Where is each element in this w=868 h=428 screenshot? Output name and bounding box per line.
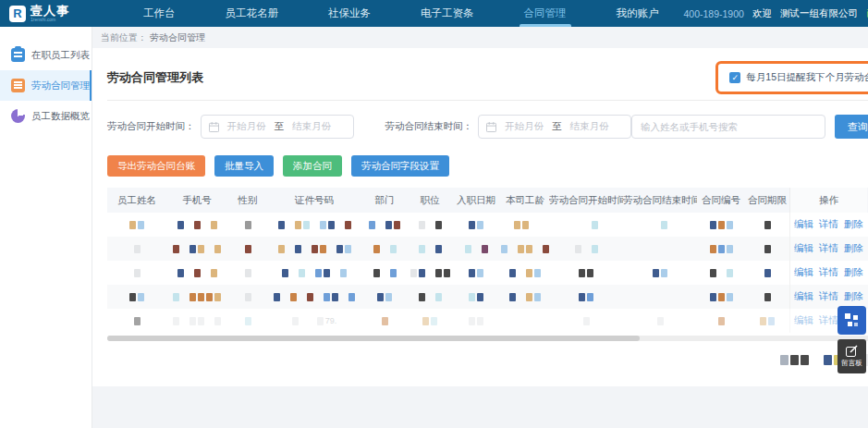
table-cell [697, 237, 745, 261]
contract-start-range-picker[interactable]: 开始月份 至 结束月份 [201, 115, 354, 139]
table-cell [745, 237, 789, 261]
row-actions-cell: 编辑详情删除 [789, 237, 867, 261]
redacted-block [477, 221, 483, 229]
redacted-block [435, 269, 442, 277]
column-header: 员工姓名 [107, 194, 166, 207]
sidebar-item-label: 员工数据概览 [31, 110, 90, 123]
redacted-text [710, 269, 733, 277]
redacted-block [657, 317, 664, 325]
redacted-block [469, 269, 475, 277]
redacted-text [373, 269, 397, 277]
row-action-link[interactable]: 详情 [819, 290, 838, 303]
table-cell [227, 261, 268, 285]
table-cell [107, 285, 166, 309]
redacted-text [764, 221, 771, 229]
redacted-block [710, 269, 716, 277]
row-action-link[interactable]: 编辑 [794, 266, 813, 279]
redacted-text [245, 245, 251, 253]
column-header: 劳动合同开始时间 [549, 194, 623, 207]
table-cell [549, 309, 623, 333]
redacted-text [653, 221, 667, 229]
redacted-block [274, 293, 280, 301]
table-cell [451, 285, 501, 309]
column-header: 操作 [789, 188, 867, 213]
scrollbar-thumb[interactable] [107, 336, 640, 341]
table-cell [549, 237, 623, 261]
redacted-text [245, 293, 251, 301]
contracts-table: 员工姓名手机号性别证件号码部门职位入职日期本司工龄劳动合同开始时间劳动合同结束时… [107, 188, 868, 341]
row-action-link[interactable]: 详情 [819, 218, 838, 231]
company-name[interactable]: 测试一组有限公司 [780, 7, 858, 20]
contract-end-range-picker[interactable]: 开始月份 至 结束月份 [478, 115, 631, 139]
action-button[interactable]: 导出劳动合同台账 [107, 155, 205, 177]
redacted-block [509, 293, 516, 301]
pagination [107, 345, 868, 374]
redacted-text [129, 221, 144, 229]
row-action-link[interactable]: 编辑 [794, 314, 813, 327]
row-action-link[interactable]: 删除 [844, 266, 863, 279]
redacted-text [710, 293, 733, 301]
nav-item[interactable]: 工作台 [118, 0, 201, 27]
horizontal-scrollbar[interactable] [107, 336, 868, 341]
redacted-block [348, 293, 355, 301]
table-cell [227, 237, 268, 261]
column-header: 手机号 [166, 194, 227, 207]
action-button[interactable]: 劳动合同字段设置 [351, 155, 449, 177]
search-button[interactable]: 查询 [835, 115, 868, 139]
floating-widget-button[interactable] [837, 306, 866, 335]
nav-item[interactable]: 社保业务 [303, 0, 396, 27]
row-action-link[interactable]: 详情 [819, 242, 838, 255]
redacted-block [435, 221, 442, 229]
redacted-block [718, 317, 725, 325]
actions-row: 导出劳动合同台账批量导入添加合同劳动合同字段设置 [107, 155, 868, 177]
redacted-block [727, 221, 733, 229]
message-board-button[interactable]: 留言板 [837, 339, 866, 373]
reminder-label: 每月15日提醒我下个月劳动合同到期的员工 [746, 71, 868, 84]
nav-item[interactable]: 合同管理 [499, 0, 592, 27]
redacted-block [579, 293, 585, 301]
app-logo[interactable]: R 壹人事 1renshi.com [0, 5, 96, 22]
nav-item[interactable]: 我的账户 [592, 0, 684, 27]
row-action-link[interactable]: 删除 [844, 290, 863, 303]
redacted-block [292, 317, 299, 325]
contract-start-label: 劳动合同开始时间： [107, 120, 195, 133]
row-action-link[interactable]: 详情 [819, 266, 838, 279]
action-button[interactable]: 批量导入 [214, 155, 274, 177]
app-root: R 壹人事 1renshi.com 工作台员工花名册社保业务电子工资条合同管理我… [0, 0, 868, 428]
redacted-text [173, 293, 221, 301]
redacted-block [764, 221, 771, 229]
row-action-link[interactable]: 编辑 [794, 290, 813, 303]
redacted-block [377, 293, 384, 301]
start-month-placeholder: 开始月份 [505, 120, 544, 133]
row-action-link[interactable]: 删除 [844, 242, 863, 255]
redacted-block [661, 269, 667, 277]
row-action-link[interactable]: 删除 [844, 218, 863, 231]
redacted-block [173, 245, 179, 253]
action-button[interactable]: 添加合同 [283, 155, 342, 177]
sidebar-item[interactable]: 劳动合同管理 [0, 70, 92, 101]
row-action-link[interactable]: 详情 [819, 314, 838, 327]
redacted-block [575, 245, 581, 253]
redacted-block [764, 293, 771, 301]
redacted-block [336, 245, 343, 253]
sidebar-item[interactable]: 员工数据概览 [0, 101, 92, 131]
nav-item[interactable]: 员工花名册 [201, 0, 304, 27]
redacted-text [382, 317, 388, 325]
redacted-block [419, 245, 425, 253]
redacted-text [465, 245, 488, 253]
search-input[interactable] [631, 115, 825, 139]
navbar-right: 400-189-1900 欢迎 测试一组有限公司 已认证！ [退出] [684, 7, 868, 20]
reminder-checkbox[interactable]: ✓ [729, 72, 740, 83]
redacted-block [295, 245, 301, 253]
table-cell [451, 309, 501, 333]
row-action-link[interactable]: 编辑 [794, 242, 813, 255]
redacted-block [385, 293, 392, 301]
title-row: 劳动合同管理列表 ✓ 每月15日提醒我下个月劳动合同到期的员工 [107, 57, 868, 98]
nav-item[interactable]: 电子工资条 [396, 0, 499, 27]
redacted-block [369, 221, 375, 229]
row-action-link[interactable]: 编辑 [794, 218, 813, 231]
table-cell [268, 237, 361, 261]
redacted-text [657, 293, 664, 301]
redacted-block [469, 221, 475, 229]
sidebar-item[interactable]: 在职员工列表 [0, 40, 92, 70]
